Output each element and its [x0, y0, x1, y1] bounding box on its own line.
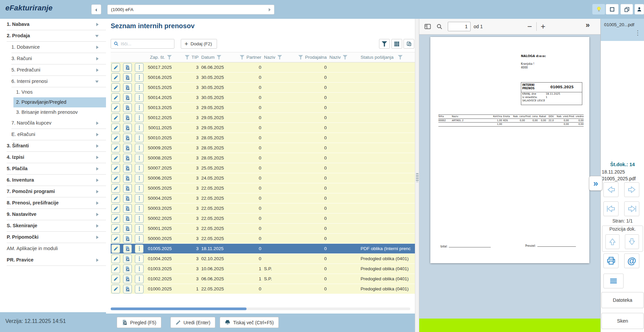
- row-menu-button[interactable]: [135, 265, 144, 273]
- table-row[interactable]: 50011.2025 3 29.05.2025 0 0: [111, 123, 415, 133]
- table-row[interactable]: 50017.2025 3 06.06.2025 0 0: [111, 62, 415, 73]
- zoom-out-button[interactable]: −: [524, 20, 535, 33]
- edit-row-button[interactable]: [111, 285, 120, 293]
- edit-row-button[interactable]: [111, 154, 120, 162]
- preview-row-button[interactable]: [123, 275, 132, 283]
- preview-row-button[interactable]: [123, 93, 132, 102]
- company-selector[interactable]: (1000) eFA: [107, 5, 274, 14]
- scrollbar-thumb[interactable]: [111, 307, 247, 310]
- table-row[interactable]: 50004.2025 3 22.05.2025 0 0: [111, 193, 415, 203]
- edit-row-button[interactable]: [111, 224, 120, 233]
- columns-grid-button[interactable]: [391, 39, 402, 49]
- table-row[interactable]: 50006.2025 3 24.05.2025 0 0: [111, 173, 415, 183]
- file-menu-dots-icon[interactable]: ⋮: [635, 30, 641, 36]
- zoom-in-button[interactable]: +: [537, 20, 549, 33]
- edit-row-button[interactable]: [111, 265, 120, 273]
- sidebar-item[interactable]: E. eRačuni: [0, 129, 106, 140]
- edit-row-button[interactable]: [111, 83, 120, 92]
- preview-row-button[interactable]: [123, 63, 132, 72]
- preview-row-button[interactable]: [123, 214, 132, 223]
- row-menu-button[interactable]: [135, 103, 144, 112]
- sidebar-item[interactable]: 7. Pomožni programi: [0, 186, 106, 197]
- filter-icon[interactable]: [298, 55, 303, 59]
- preview-row-button[interactable]: [123, 83, 132, 92]
- preview-row-button[interactable]: [123, 254, 132, 263]
- row-menu-button[interactable]: [135, 63, 144, 72]
- expand-panel-button[interactable]: »: [589, 176, 602, 191]
- preview-row-button[interactable]: [123, 103, 132, 112]
- preview-row-button[interactable]: [123, 174, 132, 183]
- sidebar-item[interactable]: 9. Nastavitve: [0, 209, 106, 220]
- user-button[interactable]: [635, 4, 644, 14]
- edit-row-button[interactable]: [111, 124, 120, 132]
- preview-row-button[interactable]: [123, 285, 132, 293]
- email-button[interactable]: @: [624, 253, 639, 268]
- sidebar-item[interactable]: 5. Plačila: [0, 163, 106, 175]
- table-row[interactable]: 50000.2025 3 22.05.2025 0 0: [111, 234, 415, 244]
- table-row[interactable]: 50008.2025 3 28.05.2025 0 0: [111, 153, 415, 163]
- row-menu-button[interactable]: [135, 234, 144, 243]
- edit-row-button[interactable]: [111, 204, 120, 213]
- maximize-window-button[interactable]: [606, 4, 619, 14]
- preview-row-button[interactable]: [123, 144, 132, 152]
- preview-row-button[interactable]: [123, 73, 132, 82]
- pane-splitter[interactable]: [415, 19, 419, 332]
- filter-button[interactable]: [379, 39, 390, 49]
- table-row[interactable]: 50012.2025 3 29.05.2025 0 0: [111, 113, 415, 123]
- filter-icon[interactable]: [167, 55, 172, 59]
- row-menu-button[interactable]: [135, 254, 144, 263]
- filter-icon[interactable]: [217, 55, 221, 59]
- position-down-button[interactable]: [625, 234, 639, 249]
- edit-row-button[interactable]: [111, 244, 120, 253]
- preview-row-button[interactable]: [123, 224, 132, 233]
- row-menu-button[interactable]: [135, 224, 144, 233]
- edit-row-button[interactable]: [111, 214, 120, 223]
- table-row[interactable]: 50002.2025 3 22.05.2025 0 0: [111, 214, 415, 224]
- menu-button[interactable]: [603, 274, 624, 288]
- table-row[interactable]: 01004.2025 3 02.10.2025 0 0 Predogled ob…: [111, 254, 415, 264]
- edit-row-button[interactable]: [111, 93, 120, 102]
- first-document-button[interactable]: [603, 201, 619, 216]
- pdf-search-button[interactable]: [434, 21, 444, 32]
- add-button[interactable]: + Dodaj (F2): [181, 39, 217, 49]
- preview-row-button[interactable]: [123, 154, 132, 162]
- preview-button[interactable]: Pregled (F5): [117, 317, 161, 328]
- edit-button[interactable]: Uredi (Enter): [170, 317, 215, 328]
- edit-row-button[interactable]: [111, 194, 120, 203]
- row-menu-button[interactable]: [135, 214, 144, 223]
- attachment-list-item[interactable]: 01005_20...pdf ⋮: [601, 19, 644, 41]
- sidebar-item[interactable]: 8. Prenosi, prešifracije: [0, 197, 106, 209]
- search-input[interactable]: [121, 41, 168, 46]
- row-menu-button[interactable]: [135, 134, 144, 142]
- scan-button[interactable]: Sken: [601, 313, 644, 329]
- position-up-button[interactable]: [605, 234, 620, 249]
- sidebar-item[interactable]: AM. Aplikacije in moduli: [0, 243, 106, 254]
- row-menu-button[interactable]: [135, 285, 144, 293]
- print-more-button[interactable]: Tiskaj več (Ctrl+F5): [220, 317, 279, 328]
- last-document-button[interactable]: [624, 201, 639, 216]
- table-row[interactable]: 01005.2025 3 18.11.2025 0 0 PDF oblika (…: [111, 244, 415, 254]
- edit-row-button[interactable]: [111, 254, 120, 263]
- edit-row-button[interactable]: [111, 174, 120, 183]
- preview-row-button[interactable]: [123, 134, 132, 142]
- edit-row-button[interactable]: [111, 113, 120, 122]
- preview-row-button[interactable]: [123, 194, 132, 203]
- edit-row-button[interactable]: [111, 63, 120, 72]
- sidebar-item[interactable]: 7. Naročila kupcev: [0, 117, 106, 129]
- row-menu-button[interactable]: [135, 164, 144, 173]
- row-menu-button[interactable]: [135, 113, 144, 122]
- sidebar-item[interactable]: 4. Izpisi: [0, 152, 106, 163]
- sidebar-item[interactable]: 1. Dobavnice: [0, 42, 106, 53]
- table-row[interactable]: 50001.2025 3 22.05.2025 0 0: [111, 224, 415, 234]
- edit-row-button[interactable]: [111, 134, 120, 142]
- hint-bulb-button[interactable]: [592, 4, 605, 14]
- row-menu-button[interactable]: [135, 93, 144, 102]
- next-document-button[interactable]: [624, 182, 639, 197]
- row-menu-button[interactable]: [135, 244, 144, 253]
- sidebar-item[interactable]: 1. Nabava: [0, 19, 106, 30]
- table-row[interactable]: 50010.2025 3 28.05.2025 0 0: [111, 133, 415, 143]
- edit-row-button[interactable]: [111, 184, 120, 193]
- row-menu-button[interactable]: [135, 204, 144, 213]
- sidebar-item[interactable]: 3. Brisanje internih prenosov: [0, 107, 106, 117]
- table-row[interactable]: 01000.2025 1 22.05.2025 0 0 Predogled ob…: [111, 284, 415, 294]
